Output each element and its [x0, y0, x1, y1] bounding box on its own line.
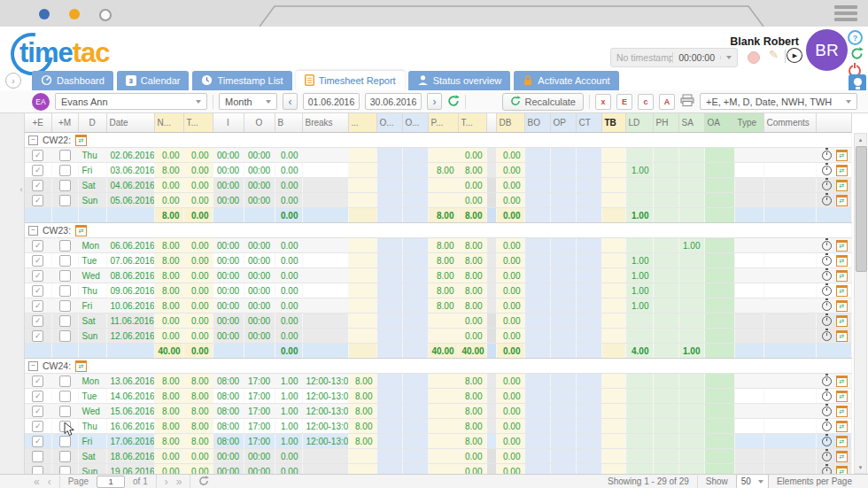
last-page-button[interactable]: » — [176, 477, 182, 486]
include-e-checkbox[interactable]: ✓ — [32, 315, 43, 327]
help-icon[interactable]: ? — [848, 30, 863, 45]
scrollbar-up-button[interactable]: ▲ — [855, 134, 866, 145]
include-e-checkbox[interactable]: ✓ — [32, 255, 43, 267]
col-header-d[interactable]: D — [78, 113, 106, 133]
include-e-checkbox[interactable]: ✓ — [32, 180, 43, 191]
day-recalc-icon[interactable]: ⇄ — [836, 406, 848, 417]
timesheet-row[interactable]: ✓Thu16.06.20168.008.0008:0017:001.0012:0… — [25, 419, 852, 434]
col-header-sa[interactable]: SA — [678, 113, 704, 133]
include-m-checkbox[interactable] — [59, 406, 71, 417]
stopwatch-icon[interactable] — [822, 301, 832, 311]
tab-calendar[interactable]: 3 Calendar — [117, 71, 190, 90]
play-button[interactable]: ▶ — [787, 48, 802, 63]
tab-status-overview[interactable]: Status overview — [408, 71, 511, 90]
include-m-checkbox[interactable] — [59, 165, 71, 176]
stopwatch-icon[interactable] — [822, 151, 832, 160]
col-header-t[interactable]: T... — [183, 113, 213, 133]
include-e-checkbox[interactable]: ✓ — [32, 150, 43, 161]
col-header-breaks[interactable]: Breaks — [302, 113, 348, 133]
menu-icon[interactable] — [834, 5, 857, 24]
include-e-checkbox[interactable]: ✓ — [32, 285, 43, 297]
page-number-input[interactable] — [97, 476, 125, 488]
col-header-p[interactable]: P... — [428, 113, 458, 133]
include-e-checkbox[interactable]: ✓ — [32, 330, 43, 342]
timesheet-row[interactable]: ✓Tue14.06.20168.008.0008:0017:001.0012:0… — [25, 389, 852, 404]
include-m-checkbox[interactable] — [59, 330, 71, 342]
day-recalc-icon[interactable]: ⇄ — [836, 330, 848, 342]
include-e-checkbox[interactable]: ✓ — [32, 406, 43, 417]
stopwatch-icon[interactable] — [822, 256, 832, 266]
edit-pencil-icon[interactable]: ✎ — [769, 48, 779, 61]
timesheet-row[interactable]: ✓Sat04.06.20160.000.0000:0000:000.000.00… — [25, 178, 852, 193]
day-recalc-icon[interactable]: ⇄ — [836, 285, 848, 297]
pager-refresh-icon[interactable] — [198, 476, 209, 488]
col-header-ct[interactable]: CT — [576, 113, 601, 133]
day-recalc-icon[interactable]: ⇄ — [836, 315, 848, 327]
timestamp-dropdown-chevron-icon[interactable] — [720, 56, 737, 59]
timestamp-widget[interactable]: No timestamp run... 00:00:00 — [610, 48, 738, 67]
stopwatch-icon[interactable] — [822, 316, 832, 326]
include-m-checkbox[interactable] — [59, 270, 71, 282]
day-recalc-icon[interactable]: ⇄ — [836, 180, 848, 191]
user-avatar[interactable]: BR — [806, 29, 848, 71]
collapse-panel-handle[interactable]: ‹ — [18, 177, 25, 202]
include-e-checkbox[interactable]: ✓ — [32, 240, 43, 252]
timesheet-row[interactable]: ✓Tue07.06.20168.000.0000:0000:000.008.00… — [25, 253, 852, 268]
include-e-checkbox[interactable] — [32, 451, 43, 462]
include-e-checkbox[interactable]: ✓ — [32, 270, 43, 282]
include-m-checkbox[interactable] — [59, 300, 71, 312]
day-recalc-icon[interactable]: ⇄ — [836, 150, 848, 161]
col-header-icons[interactable] — [817, 113, 852, 133]
day-recalc-icon[interactable]: ⇄ — [836, 376, 848, 387]
col-header-e[interactable]: +E — [25, 113, 51, 133]
tab-timestamp-list[interactable]: Timestamp List — [192, 71, 291, 90]
day-recalc-icon[interactable]: ⇄ — [836, 451, 848, 462]
record-icon[interactable] — [748, 51, 760, 64]
day-recalc-icon[interactable]: ⇄ — [836, 255, 848, 267]
refresh-icon[interactable] — [447, 95, 460, 109]
timesheet-row[interactable]: ✓Thu02.06.20160.000.0000:0000:000.000.00… — [25, 148, 852, 163]
include-m-checkbox[interactable] — [59, 255, 71, 267]
col-header-n[interactable]: N... — [154, 113, 183, 133]
prev-period-button[interactable]: ‹ — [283, 93, 298, 110]
col-header-type[interactable]: Type — [734, 113, 763, 133]
scrollbar-down-button[interactable]: ▼ — [855, 461, 866, 473]
include-m-checkbox[interactable] — [59, 391, 71, 402]
col-header-oa[interactable]: OA — [704, 113, 734, 133]
print-icon[interactable] — [680, 94, 694, 109]
stopwatch-icon[interactable] — [822, 166, 832, 175]
day-recalc-icon[interactable]: ⇄ — [836, 391, 848, 402]
stopwatch-icon[interactable] — [822, 391, 832, 401]
col-header-o1[interactable]: O... — [376, 113, 402, 133]
next-page-button[interactable]: › — [165, 477, 168, 486]
include-e-checkbox[interactable]: ✓ — [32, 195, 43, 206]
include-e-checkbox[interactable]: ✓ — [32, 300, 43, 312]
day-recalc-icon[interactable]: ⇄ — [836, 300, 848, 312]
col-header-tb[interactable]: TB — [601, 113, 625, 133]
period-select[interactable]: Month — [219, 93, 277, 110]
col-header-dur[interactable]: ... — [348, 113, 376, 133]
group-recalc-icon[interactable]: ⇄ — [75, 135, 87, 146]
next-period-button[interactable]: › — [427, 93, 442, 110]
export-csv-icon[interactable]: c — [638, 94, 654, 110]
stopwatch-icon[interactable] — [822, 407, 832, 416]
timesheet-row[interactable]: ✓Fri17.06.20168.008.0008:0017:001.0012:0… — [25, 434, 852, 449]
col-header-comments[interactable]: Comments — [763, 113, 817, 133]
col-header-date[interactable]: Date — [106, 113, 154, 133]
first-page-button[interactable]: « — [34, 477, 40, 486]
stopwatch-icon[interactable] — [822, 181, 832, 190]
col-header-ld[interactable]: LD — [625, 113, 653, 133]
collapse-group-icon[interactable]: − — [28, 136, 38, 145]
vertical-scrollbar[interactable]: ▲ ▼ — [854, 133, 867, 474]
recalculate-button[interactable]: Recalculate — [502, 93, 584, 111]
export-excel-icon[interactable]: x — [595, 94, 611, 110]
include-m-checkbox[interactable] — [59, 150, 71, 161]
stopwatch-icon[interactable] — [822, 376, 832, 386]
export-pdf-icon[interactable]: A — [659, 94, 675, 110]
stopwatch-icon[interactable] — [822, 271, 832, 281]
collapse-group-icon[interactable]: − — [28, 361, 38, 371]
stopwatch-icon[interactable] — [822, 422, 832, 431]
timesheet-row[interactable]: Sat18.06.20160.000.0000:0000:000.000.000… — [25, 449, 852, 464]
tab-timesheet-report[interactable]: Timesheet Report — [296, 71, 405, 90]
include-e-checkbox[interactable]: ✓ — [32, 376, 43, 387]
